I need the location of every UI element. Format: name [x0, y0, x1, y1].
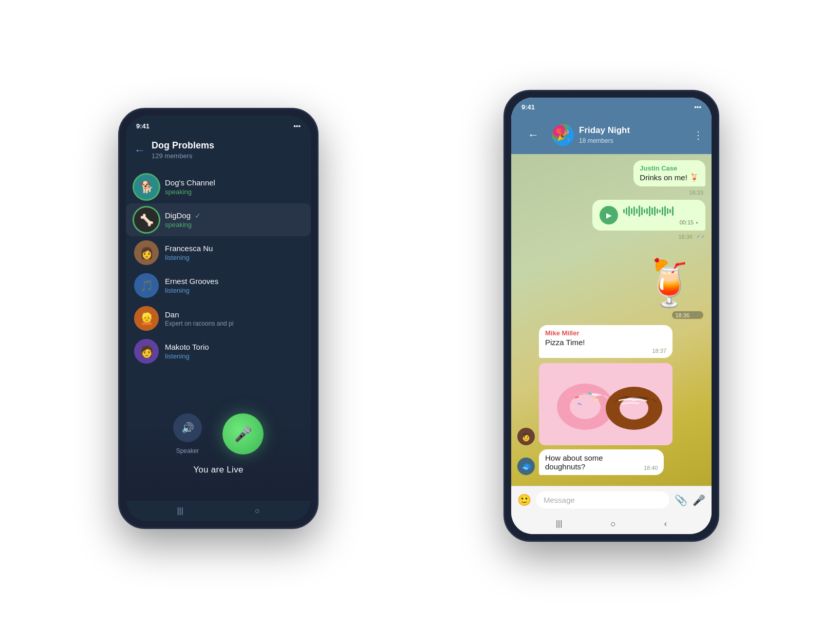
- waveform-bar: [636, 209, 638, 214]
- sent-voice-message: ▶: [592, 200, 705, 240]
- voice-controls: 🔊 Speaker 🎤 You are Live: [126, 388, 311, 501]
- waveform-bar: [669, 209, 671, 213]
- member-item[interactable]: 🧑 Makoto Torio listening: [126, 335, 311, 368]
- microphone-button[interactable]: 🎤: [222, 413, 264, 454]
- waveform-bars: [623, 205, 698, 217]
- right-nav-home: ○: [610, 519, 616, 529]
- speaker-icon: 🔊: [181, 422, 194, 434]
- sticker-ticks: ✓✓: [691, 312, 700, 318]
- member-info: Dan Expert on racoons and pi: [165, 310, 303, 327]
- chat-input-bar: 🙂 Message 📎 🎤: [511, 486, 712, 514]
- recv-avatar-2: 🧢: [517, 458, 535, 475]
- speaker-label: Speaker: [176, 447, 199, 454]
- svg-text:🧑: 🧑: [521, 432, 531, 442]
- chat-group-subtitle: 18 members: [579, 137, 613, 144]
- recv-bubble-container: Mike Miller Pizza Time! 18:37: [539, 325, 672, 445]
- member-info: DigDog ✓ speaking: [165, 211, 303, 229]
- sticker-time-badge: 18:36 ✓✓: [672, 311, 703, 319]
- voice-duration: 00:15: [680, 219, 694, 225]
- left-nav-bar: ||| ○: [126, 501, 311, 521]
- waveform-bar: [654, 206, 656, 216]
- verified-icon: ✓: [195, 212, 201, 220]
- left-phone: 9:41 ▪▪▪ ← Dog Problems 129 members 🐕: [118, 108, 319, 529]
- left-phone-screen: 9:41 ▪▪▪ ← Dog Problems 129 members 🐕: [126, 116, 311, 521]
- chat-group-avatar: 🎉: [552, 124, 574, 146]
- back-button[interactable]: ←: [134, 144, 145, 157]
- waveform-bar: [644, 209, 645, 213]
- chat-body: Justin Case Drinks on me! 🍹 18:33 ▶: [511, 154, 712, 486]
- member-avatar-dan: 👱: [134, 306, 159, 331]
- left-chat-title: Dog Problems: [152, 140, 303, 151]
- member-info: Makoto Torio listening: [165, 343, 303, 360]
- recv-message-time: 18:37: [652, 348, 666, 354]
- left-header-title: Dog Problems 129 members: [152, 140, 303, 160]
- recv-message-simple: 🧢 How about some doughnuts? 18:40: [517, 449, 664, 475]
- speaker-button[interactable]: 🔊: [173, 413, 202, 442]
- waveform: 00:15 ●: [623, 205, 698, 225]
- recv-bubble: Mike Miller Pizza Time! 18:37: [539, 325, 672, 358]
- waveform-bar: [641, 207, 643, 215]
- sent-message-justin: Justin Case Drinks on me! 🍹 18:33: [633, 160, 705, 196]
- right-time: 9:41: [521, 103, 535, 111]
- right-nav-bar: ||| ○ ‹: [511, 514, 712, 534]
- member-item[interactable]: 🎵 Ernest Grooves listening: [126, 269, 311, 302]
- message-text: Drinks on me! 🍹: [640, 173, 699, 182]
- chat-group-title: Friday Night: [579, 125, 688, 136]
- right-phone-screen: 9:41 ▪▪▪ ←: [511, 98, 712, 534]
- svg-text:🐕: 🐕: [140, 180, 154, 194]
- sticker-container: 🍹 18:36 ✓✓: [633, 244, 705, 321]
- member-item[interactable]: 🦴 DigDog ✓ speaking: [126, 203, 311, 236]
- more-options-button[interactable]: ⋮: [693, 129, 703, 141]
- right-status-icons: ▪▪▪: [694, 103, 701, 111]
- controls-row: 🔊 Speaker 🎤: [173, 413, 264, 454]
- recv-message-mike: 🧑 Mike Miller Pizza Time! 18:37: [517, 325, 664, 445]
- sticker-time: 18:36: [675, 312, 689, 318]
- right-nav-back: ‹: [664, 519, 667, 528]
- left-time: 9:41: [136, 122, 150, 130]
- waveform-bar: [672, 206, 674, 216]
- svg-text:🦴: 🦴: [140, 213, 154, 227]
- member-avatar-francesca: 👩: [134, 240, 159, 265]
- svg-text:👱: 👱: [140, 312, 154, 326]
- left-status-bar: 9:41 ▪▪▪: [126, 116, 311, 136]
- member-avatar-makoto: 🧑: [134, 339, 159, 364]
- waveform-bar: [659, 210, 661, 213]
- waveform-bar: [657, 209, 658, 214]
- member-name: Makoto Torio: [165, 343, 303, 351]
- recv-message-text: Pizza Time!: [545, 338, 666, 347]
- left-header: ← Dog Problems 129 members: [126, 136, 311, 166]
- recv-simple-time: 18:40: [644, 465, 658, 471]
- member-name: Dog's Channel: [165, 178, 303, 187]
- right-status-bar: 9:41 ▪▪▪: [511, 98, 712, 116]
- waveform-bar: [633, 206, 635, 216]
- message-input[interactable]: Message: [536, 491, 669, 508]
- svg-text:🧑: 🧑: [140, 345, 154, 358]
- chat-back-button[interactable]: ←: [519, 122, 547, 148]
- member-item[interactable]: 👩 Francesca Nu listening: [126, 236, 311, 269]
- play-button[interactable]: ▶: [600, 206, 618, 224]
- svg-text:🎉: 🎉: [557, 129, 570, 141]
- emoji-button[interactable]: 🙂: [517, 494, 531, 507]
- audio-record-button[interactable]: 🎤: [693, 494, 705, 506]
- sender-name: Justin Case: [640, 164, 699, 172]
- waveform-bar: [631, 208, 632, 214]
- svg-point-18: [570, 394, 601, 419]
- waveform-bar: [628, 206, 630, 216]
- microphone-icon: 🎤: [234, 426, 252, 443]
- waveform-bar: [623, 209, 625, 213]
- waveform-bar: [664, 206, 666, 216]
- member-item[interactable]: 👱 Dan Expert on racoons and pi: [126, 302, 311, 335]
- member-status: listening: [165, 352, 303, 360]
- member-status: speaking: [165, 221, 303, 229]
- member-item[interactable]: 🐕 Dog's Channel speaking: [126, 171, 311, 203]
- recv-sender-name: Mike Miller: [545, 329, 666, 337]
- attachment-button[interactable]: 📎: [675, 494, 687, 506]
- member-name: Ernest Grooves: [165, 277, 303, 286]
- waveform-bar: [646, 208, 648, 214]
- nav-home-icon: ○: [255, 506, 260, 516]
- read-ticks: ✓✓: [696, 233, 705, 240]
- svg-text:🎵: 🎵: [140, 279, 154, 293]
- waveform-bar: [626, 207, 627, 215]
- svg-text:🧢: 🧢: [521, 462, 531, 471]
- recv-time-row: 18:37: [545, 347, 666, 354]
